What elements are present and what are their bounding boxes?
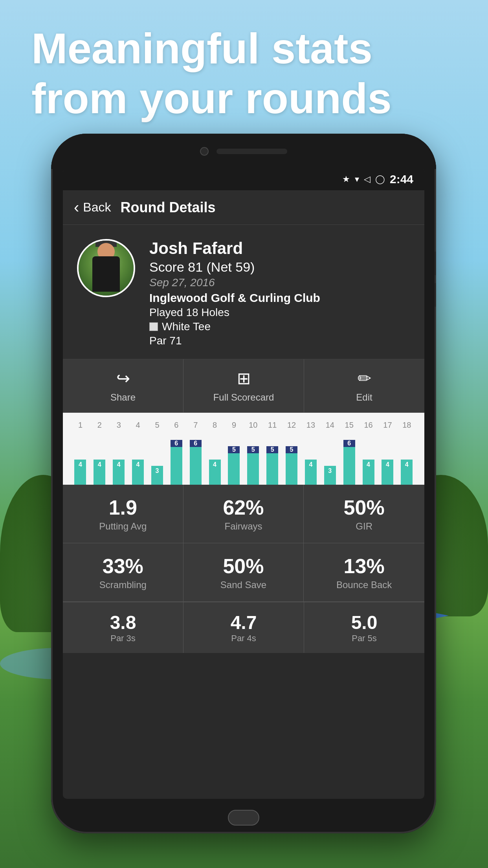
scrambling-cell: 33% Scrambling — [63, 543, 183, 602]
course-name: Inglewood Golf & Curling Club — [149, 291, 410, 305]
par3-label: Par 3s — [67, 633, 179, 644]
volume-up-button[interactable] — [435, 252, 436, 275]
hole-5: 5 — [150, 421, 165, 430]
bounce-back-value: 13% — [312, 554, 416, 578]
headline-line2: from your rounds — [31, 74, 392, 122]
home-button[interactable] — [228, 810, 259, 826]
hole-8: 8 — [207, 421, 222, 430]
phone-screen: ★ ▾ ◁ ◯ 2:44 ‹ Back Round Details — [63, 168, 424, 799]
par4-value: 4.7 — [187, 612, 300, 633]
chart-col-1: 4 — [73, 460, 88, 485]
chart-col-7: 6 — [188, 440, 203, 485]
nav-title: Round Details — [120, 199, 215, 216]
putting-avg-value: 1.9 — [71, 496, 175, 519]
player-score: Score 81 (Net 59) — [149, 259, 410, 275]
par3-value: 3.8 — [67, 612, 179, 633]
bluetooth-icon: ★ — [342, 174, 350, 184]
chart-bars: 444436645555436444 — [71, 434, 416, 485]
hole-14: 14 — [323, 421, 338, 430]
chart-col-12: 5 — [284, 446, 299, 485]
hole-3: 3 — [111, 421, 126, 430]
chart-col-17: 4 — [380, 460, 395, 485]
avatar-image — [79, 241, 134, 296]
sand-save-label: Sand Save — [191, 579, 296, 590]
hole-18: 18 — [399, 421, 414, 430]
status-bar: ★ ▾ ◁ ◯ 2:44 — [63, 168, 424, 190]
stats-grid: 1.9 Putting Avg 62% Fairways 50% GIR 33%… — [63, 485, 424, 602]
profile-section: Josh Fafard Score 81 (Net 59) Sep 27, 20… — [63, 225, 424, 359]
gir-value: 50% — [312, 496, 416, 519]
phone-frame: ★ ▾ ◁ ◯ 2:44 ‹ Back Round Details — [51, 134, 436, 833]
sand-save-cell: 50% Sand Save — [183, 543, 304, 602]
hole-12: 12 — [284, 421, 299, 430]
gir-cell: 50% GIR — [304, 485, 424, 543]
putting-avg-cell: 1.9 Putting Avg — [63, 485, 183, 543]
scrambling-label: Scrambling — [71, 579, 175, 590]
edit-button[interactable]: ✏ Edit — [304, 359, 424, 412]
tee-color-box — [149, 322, 158, 331]
hole-17: 17 — [380, 421, 395, 430]
par5-cell: 5.0 Par 5s — [304, 602, 424, 653]
fairways-label: Fairways — [191, 521, 296, 532]
share-button[interactable]: ↪ Share — [63, 359, 183, 412]
volume-down-button[interactable] — [435, 283, 436, 307]
par4-label: Par 4s — [187, 633, 300, 644]
par5-label: Par 5s — [308, 633, 420, 644]
par5-value: 5.0 — [308, 612, 420, 633]
putting-avg-label: Putting Avg — [71, 521, 175, 532]
avatar — [77, 239, 135, 297]
share-icon: ↪ — [116, 369, 130, 388]
back-label: Back — [83, 200, 111, 215]
hole-4: 4 — [130, 421, 145, 430]
chart-col-15: 6 — [342, 440, 357, 485]
hole-7: 7 — [188, 421, 203, 430]
bottom-stats: 3.8 Par 3s 4.7 Par 4s 5.0 Par 5s — [63, 602, 424, 653]
chart-col-3: 4 — [111, 460, 126, 485]
tee-label: White Tee — [162, 320, 211, 333]
chart-col-10: 5 — [246, 446, 261, 485]
hole-10: 10 — [246, 421, 261, 430]
chart-col-8: 4 — [207, 460, 222, 485]
chart-col-6: 6 — [169, 440, 184, 485]
hole-16: 16 — [361, 421, 376, 430]
headline: Meaningful stats from your rounds — [31, 24, 457, 123]
chart-col-4: 4 — [130, 460, 145, 485]
full-scorecard-button[interactable]: ⊞ Full Scorecard — [183, 359, 304, 412]
hole-9: 9 — [226, 421, 241, 430]
back-button[interactable]: ‹ Back — [74, 199, 111, 216]
bounce-back-label: Bounce Back — [312, 579, 416, 590]
edit-label: Edit — [356, 392, 372, 403]
hole-13: 13 — [303, 421, 318, 430]
hole-1: 1 — [73, 421, 88, 430]
par3-cell: 3.8 Par 3s — [63, 602, 183, 653]
gir-label: GIR — [312, 521, 416, 532]
chart-col-16: 4 — [361, 460, 376, 485]
chart-col-14: 3 — [323, 466, 338, 485]
wifi-icon: ▾ — [355, 174, 359, 184]
chart-col-2: 4 — [92, 460, 107, 485]
action-bar: ↪ Share ⊞ Full Scorecard ✏ Edit — [63, 359, 424, 413]
hole-11: 11 — [265, 421, 280, 430]
battery-icon: ◯ — [375, 174, 385, 184]
par4-cell: 4.7 Par 4s — [183, 602, 304, 653]
fairways-cell: 62% Fairways — [183, 485, 304, 543]
hole-2: 2 — [92, 421, 107, 430]
status-icons: ★ ▾ ◁ ◯ 2:44 — [342, 173, 413, 186]
fairways-value: 62% — [191, 496, 296, 519]
scorecard-label: Full Scorecard — [213, 392, 274, 403]
score-label: Score — [149, 259, 188, 274]
back-arrow-icon: ‹ — [74, 199, 79, 216]
chart-col-5: 3 — [150, 466, 165, 485]
holes-played: Played 18 Holes — [149, 306, 410, 319]
hole-numbers-row: 1 2 3 4 5 6 7 8 9 10 11 12 13 14 15 16 1… — [71, 421, 416, 430]
scorecard-icon: ⊞ — [237, 369, 251, 388]
chart-col-9: 5 — [226, 446, 241, 485]
headline-line1: Meaningful stats — [31, 24, 372, 72]
scrambling-value: 33% — [71, 554, 175, 578]
round-date: Sep 27, 2016 — [149, 276, 410, 289]
profile-info: Josh Fafard Score 81 (Net 59) Sep 27, 20… — [149, 239, 410, 347]
net-score: (Net 59) — [207, 259, 255, 274]
tee-color: White Tee — [149, 320, 410, 333]
signal-icon: ◁ — [364, 174, 371, 184]
hole-15: 15 — [342, 421, 357, 430]
